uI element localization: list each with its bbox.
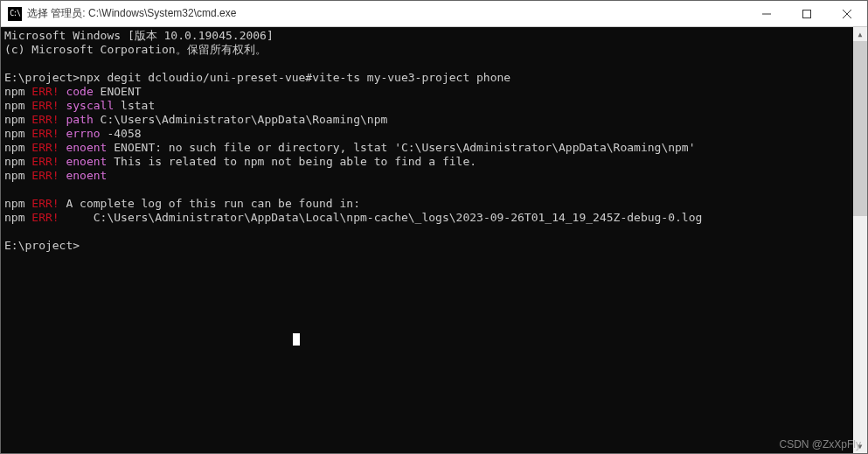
err-val: ENOENT: no such file or directory, lstat…	[107, 141, 695, 154]
maximize-button[interactable]	[787, 1, 827, 26]
err-tag: ERR!	[24, 141, 59, 154]
err-tag: ERR!	[24, 127, 59, 140]
err-val: ENOENT	[94, 85, 142, 98]
prompt-line: E:\project>	[4, 239, 853, 253]
err-val: -4058	[101, 127, 142, 140]
err-tag: ERR!	[24, 211, 59, 224]
minimize-button[interactable]	[746, 1, 787, 26]
err-tag: ERR!	[24, 85, 59, 98]
cmd-window: C:\ 选择 管理员: C:\Windows\System32\cmd.exe …	[0, 0, 868, 454]
npm-prefix: npm	[4, 85, 24, 98]
npm-prefix: npm	[4, 113, 24, 126]
svg-rect-1	[803, 10, 811, 17]
err-key: syscall	[59, 99, 115, 112]
copyright-line: (c) Microsoft Corporation。保留所有权利。	[4, 43, 853, 57]
npm-prefix: npm	[4, 127, 24, 140]
version-line: Microsoft Windows [版本 10.0.19045.2006]	[4, 29, 853, 43]
scroll-down-icon[interactable]: ▼	[853, 439, 867, 453]
blank-line	[4, 183, 853, 197]
err-key: enoent	[59, 169, 108, 182]
blank-line	[4, 225, 853, 239]
err-tag: ERR!	[24, 197, 59, 210]
close-button[interactable]	[827, 1, 867, 26]
err-tag: ERR!	[24, 155, 59, 168]
error-line: npm ERR! C:\Users\Administrator\AppData\…	[4, 211, 853, 225]
err-val: lstat	[114, 99, 155, 112]
cmd-icon: C:\	[8, 7, 22, 21]
command-text: npx degit dcloudio/uni-preset-vue#vite-t…	[80, 71, 510, 84]
error-line: npm ERR! syscall lstat	[4, 99, 853, 113]
err-key: errno	[59, 127, 101, 140]
npm-prefix: npm	[4, 169, 24, 182]
npm-prefix: npm	[4, 141, 24, 154]
error-line: npm ERR! enoent This is related to npm n…	[4, 155, 853, 169]
err-tag: ERR!	[24, 113, 59, 126]
err-val: A complete log of this run can be found …	[59, 197, 360, 210]
window-title: 选择 管理员: C:\Windows\System32\cmd.exe	[27, 6, 746, 21]
vertical-scrollbar[interactable]: ▲ ▼	[853, 27, 867, 453]
err-key: code	[59, 85, 94, 98]
err-key: enoent	[59, 141, 108, 154]
titlebar[interactable]: C:\ 选择 管理员: C:\Windows\System32\cmd.exe	[1, 1, 867, 27]
prompt-path: E:\project>	[4, 239, 80, 252]
npm-prefix: npm	[4, 197, 24, 210]
terminal-output[interactable]: Microsoft Windows [版本 10.0.19045.2006](c…	[1, 27, 853, 453]
window-controls	[746, 1, 867, 26]
npm-prefix: npm	[4, 155, 24, 168]
err-key: enoent	[59, 155, 108, 168]
blank-line	[4, 57, 853, 71]
err-val: C:\Users\Administrator\AppData\Roaming\n…	[94, 113, 388, 126]
err-val: This is related to npm not being able to…	[107, 155, 476, 168]
err-tag: ERR!	[24, 99, 59, 112]
error-line: npm ERR! A complete log of this run can …	[4, 197, 853, 211]
scroll-up-icon[interactable]: ▲	[853, 27, 867, 41]
cursor	[293, 333, 300, 346]
error-line: npm ERR! code ENOENT	[4, 85, 853, 99]
err-val: C:\Users\Administrator\AppData\Local\npm…	[59, 211, 703, 224]
terminal-area: Microsoft Windows [版本 10.0.19045.2006](c…	[1, 27, 867, 453]
err-tag: ERR!	[24, 169, 59, 182]
error-line: npm ERR! errno -4058	[4, 127, 853, 141]
scrollbar-thumb[interactable]	[853, 41, 867, 216]
err-key: path	[59, 113, 94, 126]
error-line: npm ERR! path C:\Users\Administrator\App…	[4, 113, 853, 127]
command-line: E:\project>npx degit dcloudio/uni-preset…	[4, 71, 853, 85]
prompt-path: E:\project>	[4, 71, 80, 84]
npm-prefix: npm	[4, 211, 24, 224]
error-line: npm ERR! enoent	[4, 169, 853, 183]
error-line: npm ERR! enoent ENOENT: no such file or …	[4, 141, 853, 155]
npm-prefix: npm	[4, 99, 24, 112]
